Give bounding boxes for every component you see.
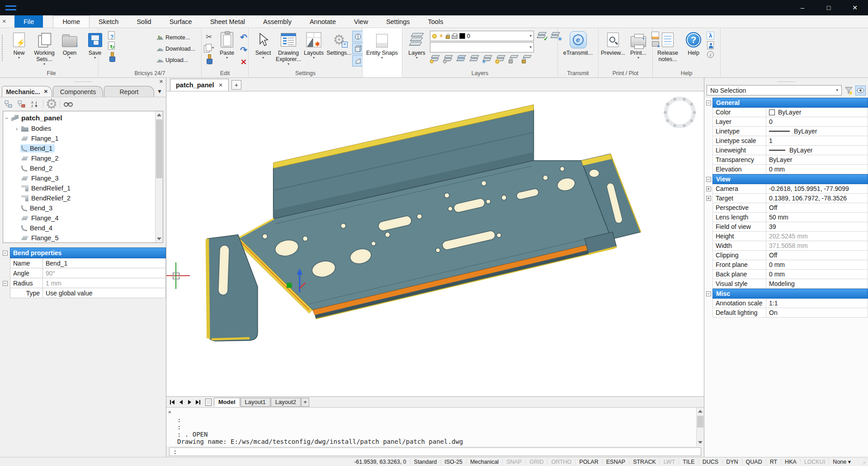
tree-item[interactable]: Bend_3 bbox=[3, 203, 155, 213]
property-value[interactable]: ByLayer bbox=[766, 108, 868, 117]
menu-tab[interactable]: Sketch bbox=[90, 15, 127, 28]
select-button[interactable]: Select bbox=[251, 29, 275, 60]
upload-button[interactable]: ↑ Upload... bbox=[156, 56, 188, 64]
tree-item[interactable]: › Bodies bbox=[3, 124, 155, 133]
property-value[interactable]: Bend_1 bbox=[42, 258, 166, 268]
lisp-blade-icon[interactable] bbox=[707, 32, 714, 39]
section-header-misc[interactable]: − Misc bbox=[704, 289, 868, 299]
dropdown-caret-icon[interactable] bbox=[637, 56, 639, 60]
about-info-icon[interactable] bbox=[707, 51, 714, 58]
section-header-view[interactable]: − View bbox=[704, 174, 868, 184]
minimize-button[interactable]: – bbox=[789, 0, 816, 15]
section-header-general[interactable]: − General bbox=[704, 98, 868, 108]
print-button[interactable]: Print... bbox=[626, 29, 651, 60]
status-item[interactable]: Mechanical bbox=[466, 459, 502, 465]
expand-tree-icon[interactable] bbox=[4, 99, 14, 109]
etransmit-button[interactable]: e eTransmit... bbox=[561, 29, 596, 56]
tree-item[interactable]: Flange_4 bbox=[3, 213, 155, 223]
status-item[interactable]: GRID bbox=[525, 459, 547, 465]
cut-icon[interactable] bbox=[206, 32, 212, 42]
delete-icon[interactable] bbox=[241, 57, 247, 67]
chevron-down-icon[interactable] bbox=[529, 45, 532, 49]
set-layer-current-icon[interactable] bbox=[536, 31, 547, 41]
command-input[interactable]: : bbox=[169, 447, 701, 456]
tree-item[interactable]: Flange_1 bbox=[3, 133, 155, 143]
add-layout-button[interactable]: + bbox=[301, 398, 309, 407]
tab-close-icon[interactable]: ✕ bbox=[44, 89, 48, 95]
open-button[interactable]: Open bbox=[57, 29, 82, 60]
property-value[interactable]: 371.5058 mm bbox=[766, 241, 868, 251]
tree-item[interactable]: Flange_5 bbox=[3, 233, 155, 243]
browser-settings-gear-icon[interactable] bbox=[47, 99, 57, 109]
property-value[interactable]: 39 bbox=[766, 222, 868, 232]
layer-freeze-icon[interactable] bbox=[482, 54, 493, 63]
collapse-section-icon[interactable]: − bbox=[706, 177, 711, 182]
property-value[interactable]: 50 mm bbox=[766, 213, 868, 222]
dropdown-caret-icon[interactable] bbox=[43, 62, 45, 66]
layouts-button[interactable]: ✱ Layouts bbox=[302, 29, 326, 60]
new-button[interactable]: New bbox=[7, 29, 31, 60]
menu-tab[interactable]: Surface bbox=[160, 15, 201, 28]
layer-lock-tool-icon[interactable] bbox=[509, 54, 519, 63]
ribbon-grip[interactable] bbox=[0, 34, 5, 62]
first-tab-icon[interactable] bbox=[168, 398, 176, 406]
release-notes-button[interactable]: Release notes... bbox=[655, 29, 680, 62]
highlight-eye-icon[interactable] bbox=[855, 86, 866, 95]
prev-tab-icon[interactable] bbox=[177, 398, 185, 406]
status-item[interactable]: DYN bbox=[722, 459, 741, 465]
tree-item[interactable]: BendRelief_1 bbox=[3, 183, 155, 193]
property-value[interactable]: Modeling bbox=[766, 279, 868, 289]
help-button[interactable]: ? Help bbox=[681, 29, 706, 56]
layer-combobox[interactable]: 0 bbox=[430, 31, 534, 41]
quick-select-filter-icon[interactable] bbox=[844, 86, 854, 95]
property-value[interactable]: Off bbox=[766, 203, 868, 213]
layer-unlock-tool-icon[interactable] bbox=[522, 54, 533, 63]
chevron-down-icon[interactable] bbox=[529, 34, 532, 38]
tree-item[interactable]: Flange_2 bbox=[3, 153, 155, 163]
panel-tab[interactable]: Components bbox=[53, 86, 103, 97]
menu-tab[interactable]: Sheet Metal bbox=[201, 15, 254, 28]
close-icon[interactable] bbox=[0, 15, 8, 28]
property-value[interactable]: -0.2618, 105.9951, -77.9099 bbox=[766, 184, 868, 194]
property-value[interactable]: 202.5245 mm bbox=[766, 232, 868, 241]
property-value[interactable]: ByLayer bbox=[766, 127, 868, 136]
menu-tab[interactable]: View bbox=[345, 15, 377, 28]
command-line-panel[interactable]: _::: ._OPENDrawing name: E:/ws/mcad/test… bbox=[166, 407, 704, 446]
menu-tab[interactable]: Solid bbox=[127, 15, 160, 28]
status-item[interactable]: SNAP bbox=[502, 459, 525, 465]
layer-state-combobox[interactable] bbox=[430, 42, 534, 52]
menu-tab[interactable]: Annotate bbox=[301, 15, 345, 28]
paste-button[interactable]: Paste bbox=[215, 29, 239, 60]
document-tab[interactable]: patch_panel bbox=[170, 79, 229, 91]
command-panel-close-icon[interactable] bbox=[168, 409, 171, 415]
remote-button[interactable]: ↻ Remote... bbox=[156, 33, 190, 42]
dropdown-caret-icon[interactable] bbox=[69, 56, 71, 60]
next-tab-icon[interactable] bbox=[185, 398, 193, 406]
layer-unisolate-icon[interactable] bbox=[469, 54, 480, 63]
status-item[interactable]: ESNAP bbox=[602, 459, 629, 465]
chevron-down-icon[interactable] bbox=[836, 88, 838, 92]
property-value[interactable]: 0 mm bbox=[766, 260, 868, 270]
tree-expander-icon[interactable]: › bbox=[13, 125, 20, 132]
dropdown-caret-icon[interactable] bbox=[94, 56, 96, 60]
status-item[interactable]: LOCKUI bbox=[800, 459, 829, 465]
sphere-view-icon[interactable] bbox=[352, 31, 363, 42]
property-value[interactable]: 1:1 bbox=[766, 299, 868, 308]
status-item[interactable]: HKA bbox=[781, 459, 800, 465]
layer-isolate-icon[interactable] bbox=[456, 54, 467, 63]
property-value[interactable]: 0.1389, 106.7972, -78.3526 bbox=[766, 194, 868, 203]
panel-close-icon[interactable] bbox=[159, 79, 163, 85]
sort-az-icon[interactable]: AZ bbox=[30, 99, 40, 109]
status-item[interactable]: LWT bbox=[660, 459, 679, 465]
status-item[interactable]: -61.9539, 63.3263, 0 bbox=[350, 459, 410, 465]
last-tab-icon[interactable] bbox=[194, 398, 202, 406]
property-value[interactable]: ByLayer bbox=[766, 155, 868, 165]
tree-item[interactable]: Bend_1 bbox=[3, 143, 155, 153]
tree-item[interactable]: BendRelief_2 bbox=[3, 193, 155, 203]
collapse-tree-icon[interactable] bbox=[17, 99, 27, 109]
status-item[interactable]: STRACK bbox=[629, 459, 660, 465]
tree-item[interactable]: Bend_2 bbox=[3, 163, 155, 173]
collapse-section-icon[interactable]: − bbox=[3, 251, 8, 256]
entity-snaps-button[interactable]: Entity Snaps bbox=[365, 29, 399, 60]
property-value[interactable]: 0 bbox=[766, 117, 868, 127]
